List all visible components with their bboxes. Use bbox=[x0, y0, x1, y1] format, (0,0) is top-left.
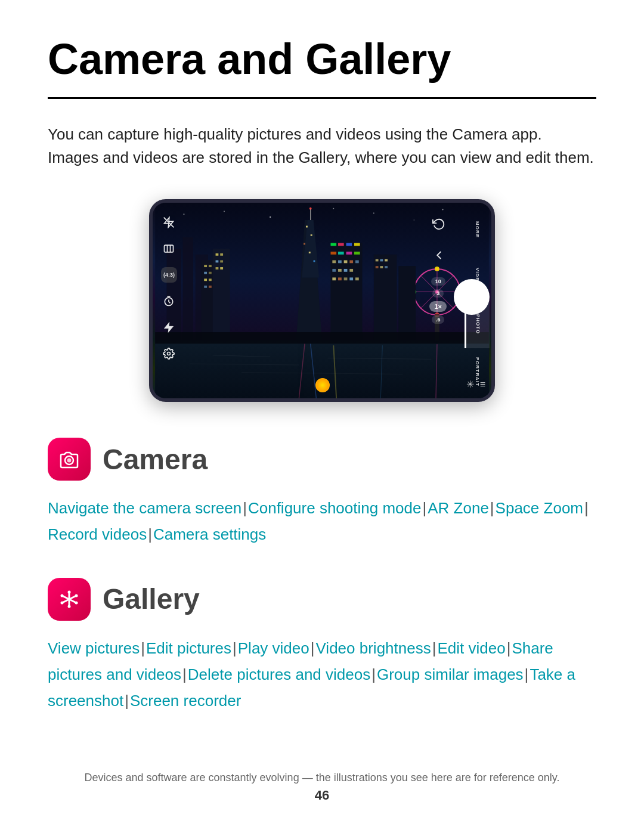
svg-point-5 bbox=[373, 213, 374, 214]
svg-rect-24 bbox=[204, 272, 207, 274]
svg-point-65 bbox=[435, 267, 439, 271]
svg-rect-74 bbox=[385, 259, 388, 262]
link-edit-video[interactable]: Edit video bbox=[437, 639, 505, 657]
svg-rect-40 bbox=[354, 243, 360, 246]
svg-point-4 bbox=[333, 208, 334, 209]
svg-rect-44 bbox=[354, 252, 360, 255]
svg-rect-56 bbox=[344, 278, 348, 281]
svg-point-104 bbox=[75, 594, 78, 597]
svg-rect-17 bbox=[314, 261, 315, 262]
svg-rect-51 bbox=[338, 269, 342, 272]
camera-section-title: Camera bbox=[103, 443, 208, 476]
bottom-right-icons: ✳ ≡ bbox=[466, 379, 485, 390]
svg-rect-91 bbox=[165, 245, 174, 252]
link-view-pictures[interactable]: View pictures bbox=[48, 639, 140, 657]
camera-app-icon bbox=[48, 438, 91, 481]
svg-point-102 bbox=[61, 594, 64, 597]
svg-rect-27 bbox=[204, 286, 207, 288]
phone-screen: (4:3) bbox=[153, 203, 491, 398]
link-screenshot[interactable]: Take a bbox=[530, 665, 575, 683]
svg-rect-35 bbox=[220, 267, 223, 270]
link-delete-pictures[interactable]: Delete pictures and videos bbox=[188, 665, 370, 683]
svg-rect-23 bbox=[209, 265, 212, 267]
link-ar-zone[interactable]: AR Zone bbox=[428, 499, 489, 517]
svg-rect-14 bbox=[311, 234, 312, 236]
flash-icon bbox=[161, 215, 177, 230]
link-configure-shooting[interactable]: Configure shooting mode bbox=[248, 499, 422, 517]
svg-point-94 bbox=[168, 352, 171, 355]
svg-rect-26 bbox=[204, 279, 207, 281]
svg-point-1 bbox=[184, 214, 185, 215]
svg-point-7 bbox=[442, 209, 444, 210]
link-screen-recorder[interactable]: Screen recorder bbox=[130, 692, 241, 710]
ratio-badge: (4:3) bbox=[161, 267, 177, 283]
link-screenshot-2[interactable]: screenshot bbox=[48, 692, 123, 710]
camera-modes: MORE VIDEO PHOTO PORTRAIT bbox=[465, 206, 490, 395]
svg-rect-88 bbox=[155, 332, 489, 343]
footer-disclaimer: Devices and software are constantly evol… bbox=[0, 772, 644, 784]
svg-rect-42 bbox=[338, 252, 344, 255]
link-group-images[interactable]: Group similar images bbox=[377, 665, 524, 683]
intro-paragraph: You can capture high-quality pictures an… bbox=[48, 123, 596, 169]
svg-rect-16 bbox=[309, 252, 311, 253]
svg-point-2 bbox=[224, 211, 225, 212]
svg-point-3 bbox=[270, 216, 271, 218]
gallery-app-icon bbox=[48, 578, 91, 621]
svg-rect-49 bbox=[355, 261, 359, 264]
zoom-3: 3 bbox=[432, 289, 444, 298]
svg-rect-46 bbox=[338, 261, 342, 264]
zoom-controls: 10 3 1× .6 bbox=[429, 277, 447, 324]
svg-rect-32 bbox=[216, 261, 219, 263]
timer-icon bbox=[161, 293, 177, 309]
svg-point-105 bbox=[61, 601, 64, 604]
svg-rect-52 bbox=[344, 269, 348, 272]
camera-settings-icon bbox=[161, 346, 177, 361]
link-video-brightness[interactable]: Video brightness bbox=[316, 639, 431, 657]
link-camera-settings[interactable]: Camera settings bbox=[153, 525, 266, 543]
phone-mockup: (4:3) bbox=[149, 199, 495, 402]
svg-point-101 bbox=[68, 605, 71, 608]
svg-point-19 bbox=[309, 208, 312, 210]
page-title: Camera and Gallery bbox=[48, 36, 596, 83]
chevron-left-icon bbox=[429, 246, 448, 265]
footer: Devices and software are constantly evol… bbox=[0, 772, 644, 803]
svg-rect-30 bbox=[216, 253, 219, 256]
svg-marker-93 bbox=[165, 323, 174, 333]
svg-rect-13 bbox=[306, 226, 308, 228]
link-record-videos[interactable]: Record videos bbox=[48, 525, 147, 543]
link-navigate-camera[interactable]: Navigate the camera screen bbox=[48, 499, 242, 517]
svg-rect-71 bbox=[398, 266, 416, 340]
svg-rect-9 bbox=[183, 237, 193, 341]
gallery-links: View pictures|Edit pictures|Play video|V… bbox=[48, 635, 596, 714]
svg-rect-47 bbox=[344, 261, 348, 264]
mode-photo-active: PHOTO bbox=[465, 301, 490, 348]
svg-rect-37 bbox=[330, 243, 336, 246]
svg-rect-36 bbox=[330, 243, 362, 341]
svg-rect-43 bbox=[346, 252, 352, 255]
mode-video: VIDEO bbox=[465, 253, 490, 301]
link-share-pictures-videos[interactable]: pictures and videos bbox=[48, 665, 181, 683]
svg-rect-77 bbox=[385, 266, 388, 268]
svg-rect-57 bbox=[349, 278, 353, 281]
svg-point-103 bbox=[75, 601, 78, 604]
link-play-video[interactable]: Play video bbox=[238, 639, 309, 657]
link-share-pictures[interactable]: Share bbox=[512, 639, 553, 657]
svg-rect-22 bbox=[204, 265, 207, 267]
svg-point-6 bbox=[414, 219, 415, 221]
svg-rect-53 bbox=[349, 269, 353, 272]
camera-left-controls: (4:3) bbox=[161, 215, 177, 361]
svg-rect-75 bbox=[376, 266, 379, 268]
fx-icon: ✳ bbox=[466, 379, 474, 390]
svg-rect-50 bbox=[332, 269, 336, 272]
title-divider bbox=[48, 97, 596, 99]
menu-icon: ≡ bbox=[480, 379, 485, 390]
zoom-06: .6 bbox=[432, 315, 445, 324]
link-edit-pictures[interactable]: Edit pictures bbox=[146, 639, 231, 657]
svg-rect-48 bbox=[349, 261, 353, 264]
svg-rect-45 bbox=[332, 261, 336, 264]
svg-rect-31 bbox=[220, 253, 223, 256]
svg-rect-29 bbox=[209, 286, 212, 288]
svg-rect-72 bbox=[376, 259, 379, 262]
link-space-zoom[interactable]: Space Zoom bbox=[496, 499, 583, 517]
zoom-10: 10 bbox=[431, 277, 445, 286]
